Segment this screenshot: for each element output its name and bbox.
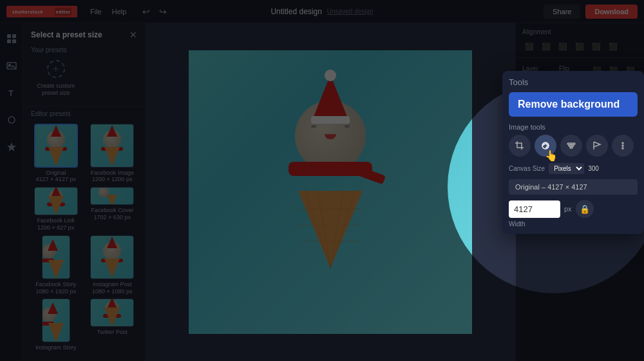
tools-title: Tools bbox=[509, 77, 638, 87]
preset-label-twitter: Twitter Post bbox=[97, 329, 128, 336]
redo-button[interactable]: ↪ bbox=[156, 5, 170, 18]
svg-marker-12 bbox=[7, 142, 16, 151]
preset-facebook-cover[interactable]: Facebook Cover1702 × 630 px bbox=[86, 187, 139, 231]
icon-text[interactable]: T bbox=[3, 84, 21, 102]
width-label: Width bbox=[509, 220, 638, 228]
create-custom-label: Create custom preset size bbox=[30, 83, 82, 97]
canvas-pixels-select[interactable]: Pixels bbox=[549, 163, 584, 174]
preset-thumb-ig-story bbox=[42, 298, 70, 342]
svg-rect-5 bbox=[12, 34, 16, 38]
panel-title: Select a preset size bbox=[31, 30, 102, 39]
align-center-h-icon[interactable]: ⬛ bbox=[539, 39, 553, 54]
preset-facebook-link[interactable]: Facebook Link1200 × 627 px bbox=[30, 187, 82, 231]
editor-preset-grid: Original4127 × 4127 px Facebook Image120… bbox=[23, 121, 145, 358]
preset-instagram-story[interactable]: Instagram Story bbox=[30, 298, 82, 351]
icon-elements[interactable] bbox=[3, 138, 21, 156]
preset-label-ig-post: Instagram Post1080 × 1080 px bbox=[92, 281, 132, 295]
tools-panel: Tools Remove background Image tools 👆 Ca… bbox=[502, 71, 644, 234]
download-button[interactable]: Download bbox=[585, 5, 638, 19]
preset-thumb-ig-post bbox=[90, 235, 134, 279]
filter-tool-button[interactable] bbox=[560, 135, 582, 157]
preset-facebook-story[interactable]: Facebook Story1080 × 1920 px bbox=[30, 235, 82, 295]
svg-rect-6 bbox=[7, 39, 11, 43]
ice-cream-illustration bbox=[279, 88, 382, 268]
preset-instagram-post[interactable]: Instagram Post1080 × 1080 px bbox=[86, 235, 139, 295]
more-tool-button[interactable] bbox=[612, 135, 634, 157]
cursor-hand-icon: 👆 bbox=[545, 150, 558, 162]
align-bottom-icon[interactable]: ⬛ bbox=[606, 39, 620, 54]
top-actions: Share Download bbox=[544, 5, 638, 19]
icon-bar: T bbox=[0, 23, 23, 361]
crop-tool-button[interactable] bbox=[509, 135, 531, 157]
svg-point-11 bbox=[8, 117, 15, 123]
santa-hat bbox=[312, 75, 348, 120]
share-button[interactable]: Share bbox=[544, 5, 580, 19]
lock-aspect-button[interactable]: 🔒 bbox=[576, 200, 594, 218]
canvas-size-label: Canvas Size bbox=[509, 165, 545, 172]
canvas-area[interactable] bbox=[146, 23, 515, 361]
preset-label-fb-image: Facebook Image1200 × 1200 px bbox=[91, 170, 134, 184]
left-panel: Select a preset size ✕ Your presets + Cr… bbox=[23, 23, 146, 361]
preset-thumb-twitter bbox=[90, 298, 134, 327]
dimension-unit: px bbox=[564, 205, 572, 213]
hat-pom bbox=[325, 70, 336, 81]
panel-close-button[interactable]: ✕ bbox=[129, 30, 137, 40]
preset-thumb-fb-link bbox=[34, 187, 78, 215]
tool-icons-row: 👆 bbox=[509, 135, 638, 157]
topbar: shutterstock editor File Help ↩ ↪ Untitl… bbox=[0, 0, 644, 23]
plus-icon: + bbox=[47, 60, 65, 78]
preset-label-ig-story: Instagram Story bbox=[35, 344, 77, 351]
icon-templates[interactable] bbox=[3, 30, 21, 48]
alignment-icons: ⬛ ⬛ ⬛ ⬛ ⬛ ⬛ bbox=[522, 39, 638, 54]
svg-text:shutterstock: shutterstock bbox=[12, 10, 43, 14]
svg-line-13 bbox=[305, 190, 330, 268]
align-right-icon[interactable]: ⬛ bbox=[556, 39, 570, 54]
top-menu: File Help bbox=[90, 8, 126, 15]
svg-rect-25 bbox=[569, 145, 574, 146]
preset-thumb-fb-image bbox=[90, 124, 134, 168]
canvas bbox=[189, 50, 472, 334]
canvas-size-value: 300 bbox=[588, 165, 599, 172]
svg-text:T: T bbox=[8, 88, 14, 98]
svg-point-29 bbox=[622, 148, 623, 149]
align-left-icon[interactable]: ⬛ bbox=[522, 39, 536, 54]
svg-rect-4 bbox=[7, 34, 11, 38]
svg-line-15 bbox=[330, 190, 343, 268]
title-area: Untitled design Unsaved design bbox=[270, 7, 373, 16]
remove-background-button[interactable]: Remove background bbox=[509, 92, 638, 117]
editor-presets-label: Editor presets bbox=[23, 106, 145, 121]
flag-tool-button[interactable] bbox=[586, 135, 608, 157]
preset-original[interactable]: Original4127 × 4127 px bbox=[30, 124, 82, 184]
logo-area: shutterstock editor bbox=[6, 6, 77, 17]
align-middle-v-icon[interactable]: ⬛ bbox=[589, 39, 603, 54]
align-top-icon[interactable]: ⬛ bbox=[573, 39, 587, 54]
svg-text:editor: editor bbox=[56, 10, 70, 14]
preset-label-fb-link: Facebook Link1200 × 627 px bbox=[37, 217, 75, 231]
icon-shapes[interactable] bbox=[3, 111, 21, 129]
preset-twitter-post[interactable]: Twitter Post bbox=[86, 298, 139, 351]
svg-point-27 bbox=[622, 142, 623, 144]
create-custom-preset[interactable]: + Create custom preset size bbox=[30, 60, 82, 97]
preset-label-fb-cover: Facebook Cover1702 × 630 px bbox=[91, 207, 133, 221]
menu-help[interactable]: Help bbox=[112, 8, 127, 15]
dimension-row: px 🔒 bbox=[509, 200, 638, 218]
menu-file[interactable]: File bbox=[90, 8, 102, 15]
undo-button[interactable]: ↩ bbox=[139, 5, 153, 18]
icon-photos[interactable] bbox=[3, 57, 21, 75]
hat-band bbox=[311, 116, 350, 124]
design-title: Untitled design bbox=[270, 7, 321, 16]
remove-bg-tool-button[interactable]: 👆 bbox=[535, 135, 556, 157]
original-dimensions-label: Original – 4127 × 4127 bbox=[509, 179, 638, 195]
image-tools-title: Image tools bbox=[509, 123, 638, 131]
your-presets-label: Your presets bbox=[23, 44, 145, 57]
undo-redo-group: ↩ ↪ bbox=[139, 5, 170, 18]
svg-rect-26 bbox=[570, 147, 573, 148]
preset-facebook-image[interactable]: Facebook Image1200 × 1200 px bbox=[86, 124, 139, 184]
alignment-title: Alignment bbox=[522, 28, 638, 35]
width-input[interactable] bbox=[509, 200, 560, 218]
unsaved-tag[interactable]: Unsaved design bbox=[327, 8, 374, 15]
preset-thumb-fb-cover bbox=[90, 187, 134, 205]
svg-line-14 bbox=[317, 190, 330, 268]
svg-rect-24 bbox=[567, 143, 575, 144]
svg-rect-7 bbox=[12, 39, 16, 43]
